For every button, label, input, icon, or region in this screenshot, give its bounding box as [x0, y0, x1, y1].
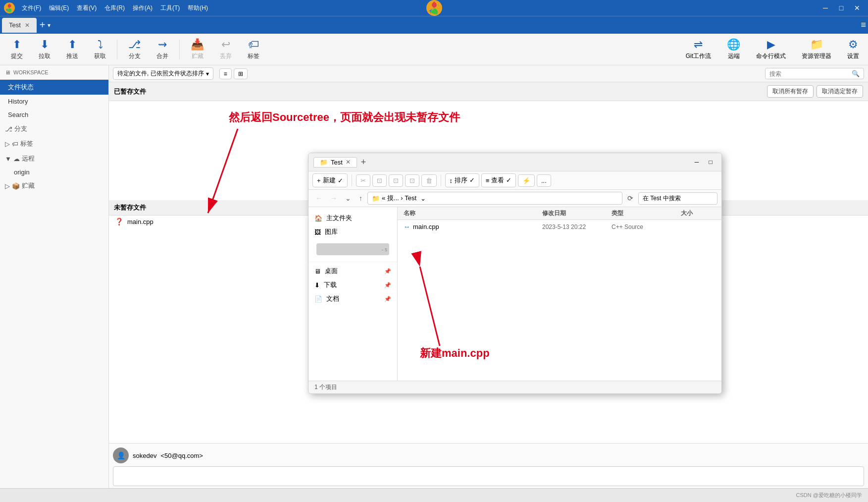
fe-paste-button[interactable]: ⊡ [389, 174, 403, 187]
file-sort-dropdown[interactable]: 待定的文件, 已依照文件状态排序 ▾ [113, 67, 213, 80]
fe-sidebar-item-downloads[interactable]: ⬇ 下载 📌 [308, 278, 397, 292]
hamburger-menu-button[interactable]: ≡ [861, 20, 866, 30]
fe-up-button[interactable]: ↑ [356, 193, 365, 204]
fe-sort-button[interactable]: ↕ 排序 ✓ [445, 173, 479, 187]
push-label: 推送 [66, 52, 78, 60]
fe-active-tab[interactable]: 📁 Test ✕ [313, 157, 357, 167]
tab-dropdown-button[interactable]: ▾ [48, 22, 51, 29]
tag-icon-sidebar: 🏷 [12, 140, 18, 148]
fe-rename-button[interactable]: ⊡ [405, 174, 419, 187]
discard-button[interactable]: ↩ 丢弃 [213, 36, 239, 62]
menu-tools[interactable]: 工具(T) [157, 3, 183, 13]
fe-minimize-button[interactable]: ─ [691, 156, 703, 168]
file-name: main.cpp [127, 218, 153, 225]
fe-item-count: 1 个项目 [314, 384, 337, 390]
active-tab[interactable]: Test ✕ [2, 18, 37, 33]
cancel-all-stash-button[interactable]: 取消所有暂存 [767, 85, 814, 98]
fe-view-icon: ≡ [486, 177, 490, 184]
commit-user-info: 👤 sokedev <50@qq.com> [113, 447, 864, 463]
fe-forward-button[interactable]: → [327, 193, 340, 204]
fe-refresh-button[interactable]: ⟳ [624, 193, 636, 204]
sidebar-item-history[interactable]: History [0, 95, 108, 108]
fetch-button[interactable]: ⤵ 获取 [87, 36, 113, 62]
fe-cut-button[interactable]: ✂ [356, 174, 370, 187]
sidebar-item-search[interactable]: Search [0, 108, 108, 121]
maximize-button[interactable]: □ [834, 1, 848, 15]
menu-file[interactable]: 文件(F) [19, 3, 44, 13]
menu-help[interactable]: 帮助(H) [185, 3, 211, 13]
fe-more-button[interactable]: ... [537, 174, 551, 187]
separator-2 [179, 40, 180, 59]
settings-button[interactable]: ⚙ 设置 [842, 36, 864, 62]
fe-file-row-main-cpp[interactable]: ↔ main.cpp 2023-5-13 20:22 C++ Source [398, 220, 721, 233]
file-status-icon: ❓ [115, 218, 123, 225]
fe-toolbar: + 新建 ✓ ✂ ⊡ ⊡ ⊡ 🗑 ↕ 排序 ✓ ≡ 查看 ✓ ⚡ ... [308, 171, 721, 190]
fe-new-tab-button[interactable]: + [361, 157, 366, 167]
content-search-input[interactable] [769, 70, 852, 77]
window-controls[interactable]: ─ □ ✕ [818, 1, 864, 15]
sidebar-stash-section[interactable]: ▷ 📦 贮藏 [0, 178, 108, 193]
fe-sidebar-item-gallery[interactable]: 🖼 图库 [308, 225, 397, 239]
downloads-icon: ⬇ [314, 281, 320, 289]
terminal-button[interactable]: ▶ 命令行模式 [751, 36, 791, 62]
fe-new-button[interactable]: + 新建 ✓ [312, 173, 348, 187]
main-toolbar: ⬆ 提交 ⬇ 拉取 ⬆ 推送 ⤵ 获取 ⎇ 分支 ⇝ 合并 📥 贮藏 [0, 34, 868, 65]
remote-button[interactable]: 🌐 远端 [722, 36, 745, 62]
stash-filter-bar: 待定的文件, 已依照文件状态排序 ▾ ≡ ⊞ 🔍 [109, 65, 868, 82]
stash-button[interactable]: 📥 贮藏 [184, 36, 211, 62]
file-sort-label: 待定的文件, 已依照文件状态排序 [117, 69, 204, 78]
fe-toolbar-sep1 [352, 174, 352, 186]
fe-delete-button[interactable]: 🗑 [421, 174, 437, 187]
cancel-selected-stash-button[interactable]: 取消选定暂存 [817, 85, 863, 98]
tab-close-button[interactable]: ✕ [25, 22, 30, 29]
col-type-header: 类型 [612, 209, 681, 218]
view-icons: ≡ ⊞ [219, 68, 248, 79]
fe-back-button[interactable]: ← [312, 193, 325, 204]
menu-action[interactable]: 操作(A) [130, 3, 155, 13]
menu-repo[interactable]: 仓库(R) [102, 3, 128, 13]
fe-sidebar-item-home[interactable]: 🏠 主文件夹 [308, 211, 397, 225]
menu-edit[interactable]: 编辑(E) [46, 3, 72, 13]
close-button[interactable]: ✕ [850, 1, 864, 15]
explorer-button[interactable]: 📁 资源管理器 [797, 36, 836, 62]
search-icon: 🔍 [852, 70, 860, 77]
fe-copy-button[interactable]: ⊡ [372, 174, 387, 187]
separator-1 [117, 40, 117, 59]
commit-button[interactable]: ⬆ 提交 [4, 36, 30, 62]
sidebar-branch-section[interactable]: ⎇ 分支 [0, 121, 108, 136]
fe-toolbar-sep2 [441, 174, 441, 186]
push-button[interactable]: ⬆ 推送 [59, 36, 85, 62]
col-date-header: 修改日期 [542, 209, 612, 218]
fe-sidebar-item-desktop[interactable]: 🖥 桌面 📌 [308, 264, 397, 278]
minimize-button[interactable]: ─ [818, 1, 832, 15]
pull-button[interactable]: ⬇ 拉取 [32, 36, 57, 62]
fe-maximize-button[interactable]: □ [705, 156, 716, 168]
branch-label: 分支 [129, 52, 141, 60]
discard-icon: ↩ [221, 38, 230, 51]
sidebar-item-file-status[interactable]: 文件状态 [0, 80, 108, 95]
tag-button[interactable]: 🏷 标签 [241, 36, 266, 62]
sidebar-remote-section[interactable]: ▼ ☁ 远程 [0, 151, 108, 166]
fe-action-button[interactable]: ⚡ [518, 174, 535, 187]
sidebar-item-origin[interactable]: origin [0, 166, 108, 178]
fe-nav-bar: ← → ⌄ ↑ 📁 « 摸... › Test ⌄ ⟳ 在 Test 中搜索 [308, 190, 721, 207]
commit-message-input[interactable] [113, 466, 864, 486]
workspace-label: WORKSPACE [13, 69, 49, 75]
fe-path-bar[interactable]: 📁 « 摸... › Test ⌄ [367, 192, 622, 205]
menu-view[interactable]: 查看(V) [74, 3, 100, 13]
git-flow-button[interactable]: ⇌ Git工作流 [681, 36, 716, 62]
list-view-button[interactable]: ≡ [219, 68, 232, 79]
sidebar-tag-section[interactable]: ▷ 🏷 标签 [0, 136, 108, 151]
fe-search-bar[interactable]: 在 Test 中搜索 [638, 192, 717, 205]
fe-tab-close-button[interactable]: ✕ [346, 159, 351, 166]
fe-view-button[interactable]: ≡ 查看 ✓ [481, 173, 516, 187]
tab-add-button[interactable]: + [40, 19, 46, 31]
menu-bar[interactable]: 文件(F) 编辑(E) 查看(V) 仓库(R) 操作(A) 工具(T) 帮助(H… [19, 3, 211, 13]
content-search-bar[interactable]: 🔍 [765, 68, 864, 79]
grid-view-button[interactable]: ⊞ [234, 68, 248, 79]
branch-button[interactable]: ⎇ 分支 [121, 36, 148, 62]
fe-history-dropdown-button[interactable]: ⌄ [342, 193, 354, 204]
merge-button[interactable]: ⇝ 合并 [150, 36, 175, 62]
fe-sidebar-item-documents[interactable]: 📄 文档 📌 [308, 292, 397, 306]
remote-label: 远端 [728, 52, 740, 60]
